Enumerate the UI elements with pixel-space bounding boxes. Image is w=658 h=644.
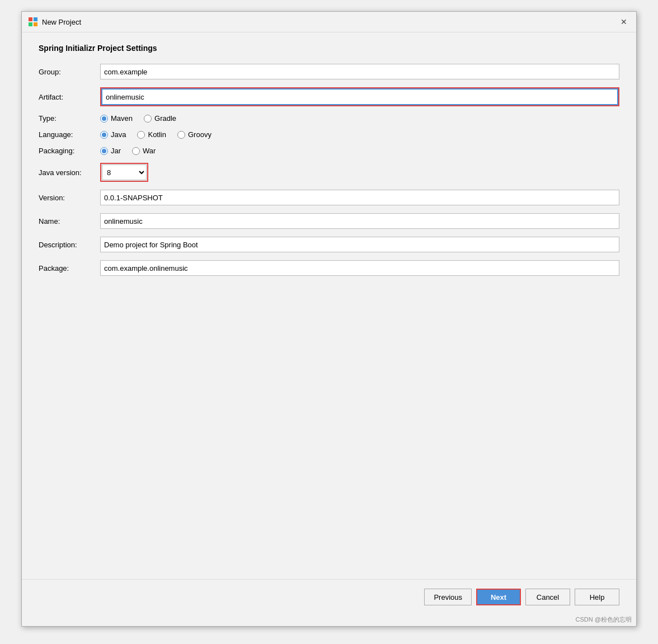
- svg-rect-3: [34, 22, 37, 26]
- artifact-wrapper: [100, 87, 619, 106]
- language-groovy-radio[interactable]: [177, 131, 185, 139]
- help-button[interactable]: Help: [575, 589, 619, 605]
- svg-rect-0: [29, 17, 32, 21]
- dialog-footer: Previous Next Cancel Help: [22, 579, 636, 614]
- type-maven-option[interactable]: Maven: [100, 114, 133, 123]
- package-input[interactable]: [100, 260, 619, 276]
- type-label: Type:: [39, 114, 100, 123]
- type-gradle-radio[interactable]: [144, 115, 152, 123]
- packaging-label: Packaging:: [39, 147, 100, 155]
- language-kotlin-radio[interactable]: [137, 131, 145, 139]
- dialog-title: New Project: [42, 18, 81, 26]
- packaging-jar-option[interactable]: Jar: [100, 147, 121, 155]
- group-row: Group:: [39, 64, 619, 79]
- name-label: Name:: [39, 217, 100, 225]
- packaging-row: Packaging: Jar War: [39, 147, 619, 155]
- description-row: Description:: [39, 237, 619, 252]
- artifact-input[interactable]: [102, 89, 618, 105]
- type-row: Type: Maven Gradle: [39, 114, 619, 123]
- language-kotlin-option[interactable]: Kotlin: [137, 130, 166, 139]
- name-row: Name:: [39, 213, 619, 229]
- previous-button[interactable]: Previous: [424, 589, 472, 605]
- language-java-label: Java: [111, 130, 126, 139]
- title-bar: New Project ✕: [22, 12, 636, 32]
- cancel-button[interactable]: Cancel: [525, 589, 570, 605]
- java-version-label: Java version:: [39, 168, 100, 177]
- language-row: Language: Java Kotlin Groovy: [39, 130, 619, 139]
- version-label: Version:: [39, 194, 100, 202]
- language-label: Language:: [39, 130, 100, 139]
- java-version-wrapper: 8 11 17 21: [100, 163, 148, 182]
- version-input[interactable]: [100, 190, 619, 205]
- package-label: Package:: [39, 264, 100, 272]
- app-icon: [29, 17, 37, 26]
- dialog-content: Spring Initializr Project Settings Group…: [22, 32, 636, 579]
- name-input[interactable]: [100, 213, 619, 229]
- packaging-war-option[interactable]: War: [132, 147, 156, 155]
- packaging-war-radio[interactable]: [132, 147, 140, 155]
- artifact-row: Artifact:: [39, 87, 619, 106]
- description-label: Description:: [39, 241, 100, 249]
- next-button[interactable]: Next: [476, 589, 521, 605]
- language-groovy-option[interactable]: Groovy: [177, 130, 212, 139]
- artifact-label: Artifact:: [39, 93, 100, 101]
- package-row: Package:: [39, 260, 619, 276]
- version-row: Version:: [39, 190, 619, 205]
- packaging-radio-group: Jar War: [100, 147, 619, 155]
- new-project-dialog: New Project ✕ Spring Initializr Project …: [21, 11, 637, 627]
- title-bar-left: New Project: [29, 17, 81, 26]
- java-version-select[interactable]: 8 11 17 21: [102, 164, 147, 180]
- packaging-jar-radio[interactable]: [100, 147, 108, 155]
- group-input[interactable]: [100, 64, 619, 79]
- type-gradle-option[interactable]: Gradle: [144, 114, 176, 123]
- java-version-row: Java version: 8 11 17 21: [39, 163, 619, 182]
- type-radio-group: Maven Gradle: [100, 114, 619, 123]
- packaging-jar-label: Jar: [111, 147, 121, 155]
- type-maven-radio[interactable]: [100, 115, 108, 123]
- packaging-war-label: War: [143, 147, 156, 155]
- svg-rect-1: [34, 17, 37, 21]
- type-maven-label: Maven: [111, 114, 133, 123]
- language-kotlin-label: Kotlin: [148, 130, 166, 139]
- watermark: CSDN @粉色的忘明: [22, 614, 636, 626]
- description-input[interactable]: [100, 237, 619, 252]
- language-java-option[interactable]: Java: [100, 130, 126, 139]
- close-button[interactable]: ✕: [618, 16, 629, 27]
- section-title: Spring Initializr Project Settings: [39, 44, 619, 53]
- group-label: Group:: [39, 68, 100, 76]
- language-java-radio[interactable]: [100, 131, 108, 139]
- language-radio-group: Java Kotlin Groovy: [100, 130, 619, 139]
- language-groovy-label: Groovy: [188, 130, 212, 139]
- svg-rect-2: [29, 22, 32, 26]
- type-gradle-label: Gradle: [154, 114, 176, 123]
